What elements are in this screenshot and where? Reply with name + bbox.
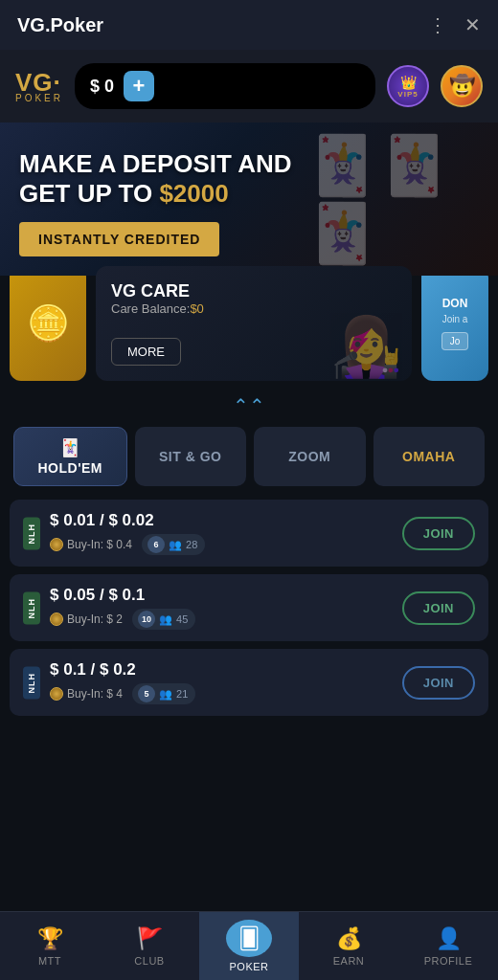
tab-zoom[interactable]: ZOOM	[254, 427, 366, 486]
table-buyin: Buy-In: $ 0.4	[50, 538, 132, 551]
chevron-up-icon: ⌃⌃	[233, 394, 265, 417]
menu-icon[interactable]: ⋮	[428, 13, 447, 36]
main-content: VG· POKER $ 0 + 👑 VIP5 🤠 🃏🃏🃏 MAKE A DEPO…	[0, 50, 498, 792]
table-row: NLH $ 0.01 / $ 0.02 Buy-In: $ 0.4 6 👥 28…	[10, 500, 488, 567]
tab-holdem-label: HOLD'EM	[38, 460, 103, 476]
vgcare-title: VG CARE	[111, 281, 396, 301]
flag-icon: 🚩	[137, 926, 163, 951]
banner-decoration: 🃏🃏🃏	[306, 122, 498, 276]
table-row: NLH $ 0.1 / $ 0.2 Buy-In: $ 4 5 👥 21 JOI…	[10, 649, 488, 716]
table-info: $ 0.1 / $ 0.2 Buy-In: $ 4 5 👥 21	[50, 660, 393, 704]
banner-highlight: $2000	[159, 179, 228, 208]
players-badge: 6 👥 28	[142, 534, 205, 555]
players-count: 28	[186, 539, 197, 550]
players-icon: 👥	[169, 539, 182, 551]
join-button[interactable]: JOIN	[402, 666, 475, 700]
players-badge: 10 👥 45	[132, 609, 195, 630]
nav-item-club[interactable]: 🚩 CLUB	[100, 912, 199, 980]
nln-badge: NLH	[23, 592, 40, 625]
nav-item-earn[interactable]: 💰 EARN	[299, 912, 398, 980]
players-count: 45	[176, 613, 188, 625]
chip-icon	[50, 687, 63, 701]
promo-card-main-content: VG CARE Care Balance:$0	[111, 281, 396, 316]
tab-omaha[interactable]: OMAHA	[374, 427, 486, 486]
nav-label-mtt: MTT	[38, 955, 61, 967]
nln-badge: NLH	[23, 518, 40, 550]
table-meta: Buy-In: $ 2 10 👥 45	[50, 609, 393, 630]
logo: VG· POKER	[15, 70, 63, 103]
tab-holdem[interactable]: 🃏 HOLD'EM	[13, 427, 127, 486]
close-icon[interactable]: ✕	[464, 13, 481, 36]
tab-sitgo-label: SIT & GO	[159, 449, 221, 464]
promo-card-main: VG CARE Care Balance:$0 MORE 👩‍🎤	[96, 266, 412, 381]
promo-cards: 🪙 VG CARE Care Balance:$0 MORE 👩‍🎤 DON J…	[0, 266, 498, 381]
table-stakes: $ 0.05 / $ 0.1	[50, 586, 393, 605]
nav-item-poker[interactable]: 🂠 POKER	[199, 912, 299, 980]
title-bar: VG.Poker ⋮ ✕	[0, 0, 498, 50]
game-tabs: 🃏 HOLD'EM SIT & GO ZOOM OMAHA	[0, 427, 498, 486]
profile-icon: 👤	[436, 926, 462, 951]
buyin-text: Buy-In: $ 4	[67, 687, 123, 701]
promo-right-button[interactable]: Jo	[441, 332, 469, 350]
promo-right-sub: Join a	[442, 314, 468, 324]
nav-item-mtt[interactable]: 🏆 MTT	[0, 912, 100, 980]
header: VG· POKER $ 0 + 👑 VIP5 🤠	[0, 50, 498, 122]
table-list: NLH $ 0.01 / $ 0.02 Buy-In: $ 0.4 6 👥 28…	[0, 500, 498, 716]
chip-icon	[50, 538, 63, 551]
promo-card-right[interactable]: DON Join a Jo	[421, 266, 488, 381]
chevron-divider: ⌃⌃	[0, 381, 498, 427]
max-players: 6	[147, 536, 165, 553]
avatar-emoji: 🤠	[449, 74, 475, 99]
nav-label-earn: EARN	[333, 955, 365, 967]
banner: 🃏🃏🃏 MAKE A DEPOSIT AND GET UP TO $2000 I…	[0, 122, 498, 276]
table-row: NLH $ 0.05 / $ 0.1 Buy-In: $ 2 10 👥 45 J…	[10, 574, 488, 641]
vip-crown-icon: 👑	[400, 75, 417, 90]
trophy-icon: 🏆	[37, 926, 63, 951]
holdem-card-icon: 🃏	[20, 437, 121, 458]
nav-item-profile[interactable]: 👤 PROFILE	[398, 912, 498, 980]
table-stakes: $ 0.01 / $ 0.02	[50, 511, 393, 530]
banner-line2: GET UP TO	[19, 179, 159, 208]
chip-icon	[50, 612, 63, 626]
vip-badge[interactable]: 👑 VIP5	[387, 65, 429, 107]
logo-poker: POKER	[15, 93, 63, 103]
banner-title: MAKE A DEPOSIT AND GET UP TO $2000	[19, 149, 306, 209]
tab-omaha-label: OMAHA	[402, 449, 455, 464]
vgcare-balance-amount: $0	[190, 301, 203, 316]
nav-label-profile: PROFILE	[424, 955, 473, 967]
players-count: 21	[176, 688, 188, 700]
table-buyin: Buy-In: $ 4	[50, 687, 123, 701]
add-funds-button[interactable]: +	[124, 71, 154, 101]
table-info: $ 0.01 / $ 0.02 Buy-In: $ 0.4 6 👥 28	[50, 511, 393, 555]
buyin-text: Buy-In: $ 2	[67, 612, 123, 626]
title-bar-actions: ⋮ ✕	[428, 13, 481, 36]
earn-icon: 💰	[336, 926, 362, 951]
tab-zoom-label: ZOOM	[288, 449, 330, 464]
join-button[interactable]: JOIN	[402, 591, 475, 625]
app-title: VG.Poker	[17, 14, 103, 36]
join-button[interactable]: JOIN	[402, 517, 475, 550]
players-icon: 👥	[159, 688, 172, 701]
tab-sitgo[interactable]: SIT & GO	[135, 427, 247, 486]
coin-icon: 🪙	[27, 303, 70, 344]
buyin-text: Buy-In: $ 0.4	[67, 538, 132, 551]
nln-badge: NLH	[23, 667, 40, 700]
players-badge: 5 👥 21	[132, 683, 195, 704]
vgcare-more-button[interactable]: MORE	[111, 338, 181, 366]
table-stakes: $ 0.1 / $ 0.2	[50, 660, 393, 679]
players-icon: 👥	[159, 613, 172, 626]
banner-line1: MAKE A DEPOSIT AND	[19, 149, 292, 178]
balance-box: $ 0 +	[75, 63, 375, 109]
logo-vg: VG·	[15, 70, 61, 95]
nav-label-club: CLUB	[134, 955, 164, 967]
max-players: 10	[138, 611, 155, 628]
table-info: $ 0.05 / $ 0.1 Buy-In: $ 2 10 👥 45	[50, 586, 393, 630]
avatar[interactable]: 🤠	[441, 65, 483, 107]
max-players: 5	[138, 685, 155, 702]
vgcare-balance-label: Care Balance:	[111, 301, 190, 316]
deposit-button[interactable]: INSTANTLY CREDITED	[19, 222, 219, 256]
promo-right-title: DON	[442, 297, 468, 310]
table-buyin: Buy-In: $ 2	[50, 612, 123, 626]
poker-active-tab: 🂠	[226, 920, 272, 957]
card-lady-decoration: 👩‍🎤	[330, 313, 402, 381]
